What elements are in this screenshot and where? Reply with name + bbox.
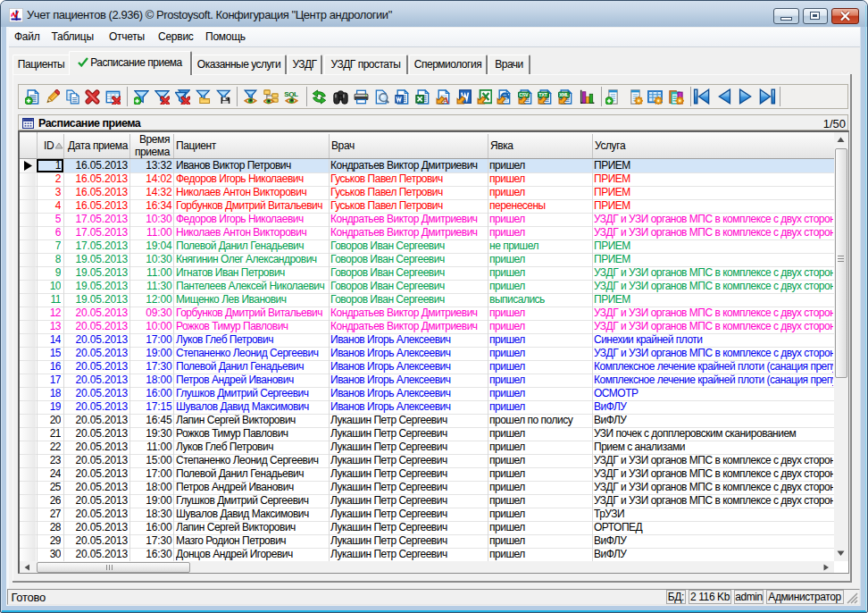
svg-text:SQL: SQL [284,89,298,97]
